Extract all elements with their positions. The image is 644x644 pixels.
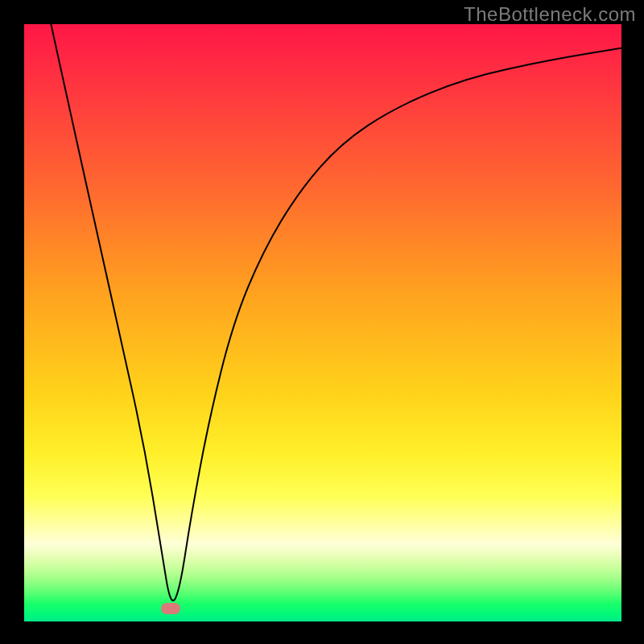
plot-area: [24, 24, 621, 621]
chart-frame: TheBottleneck.com: [0, 0, 644, 644]
optimal-point-marker: [161, 603, 180, 614]
bottleneck-curve: [51, 24, 621, 601]
curve-svg: [24, 24, 621, 621]
watermark-text: TheBottleneck.com: [464, 3, 636, 26]
